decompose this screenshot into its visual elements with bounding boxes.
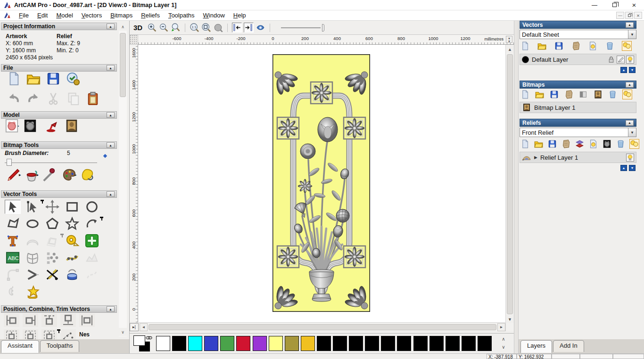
flood-fill-icon[interactable] [25, 168, 39, 182]
mirror-vectors-tool[interactable] [5, 285, 21, 299]
tab-add-in[interactable]: Add In [553, 340, 584, 352]
palette-swatch-12[interactable] [349, 336, 363, 351]
palette-swatch-11[interactable] [333, 336, 347, 351]
pan-view-button[interactable] [256, 23, 265, 33]
paint-brush-icon[interactable] [7, 168, 21, 182]
redo-icon[interactable] [26, 91, 41, 106]
collapse-model-button[interactable]: ▲ [107, 112, 115, 118]
slider-handle[interactable] [7, 159, 12, 166]
offset-vector-tool[interactable] [44, 234, 60, 248]
snap-right-toggle[interactable] [244, 23, 254, 33]
save-relief-icon[interactable] [548, 139, 557, 148]
menu-model[interactable]: Model [52, 11, 77, 20]
import-bitmap-icon[interactable] [564, 90, 573, 99]
open-vectors-icon[interactable] [537, 41, 546, 50]
toggle-visibility-icon[interactable] [588, 41, 597, 50]
center-in-page-button[interactable] [4, 329, 19, 339]
paste-along-curve-tool[interactable] [64, 251, 80, 265]
menu-window[interactable]: Window [199, 11, 229, 20]
link-colours-icon[interactable] [146, 335, 152, 341]
wrap-text-tool[interactable] [25, 234, 41, 248]
palette-swatch-16[interactable] [413, 336, 428, 351]
panel-splitter[interactable] [514, 21, 519, 353]
delete-layer-icon[interactable] [605, 41, 614, 50]
align-centers-button[interactable] [41, 329, 57, 339]
collapse-reliefs-button[interactable]: ▲ [626, 120, 634, 126]
restore-button[interactable] [604, 0, 624, 10]
relief-select[interactable]: Front Relief ▼ [520, 128, 636, 137]
palette-swatch-7[interactable] [269, 336, 283, 351]
collapse-bitmap-tools-button[interactable]: ▲ [107, 142, 115, 148]
new-sheet-icon[interactable] [520, 41, 529, 50]
measure-tool[interactable] [64, 234, 80, 248]
align-bottom-button[interactable] [60, 314, 76, 327]
block-scatter-button[interactable] [60, 329, 76, 339]
create-arc-tool[interactable] [84, 217, 100, 231]
open-bitmap-icon[interactable] [535, 90, 544, 99]
lock-layer-icon[interactable] [607, 56, 615, 64]
scroll-left-icon[interactable]: ◄ [140, 323, 148, 331]
mdi-restore-button[interactable] [625, 12, 633, 19]
chevron-down-icon[interactable]: ▼ [628, 128, 636, 137]
contrast-slider[interactable] [281, 24, 324, 32]
vector-library-tool[interactable] [25, 285, 41, 299]
center-both-button[interactable] [23, 329, 38, 339]
import-vectors-icon[interactable] [571, 41, 580, 50]
edit-layer-icon[interactable] [617, 56, 625, 64]
new-relief-layer-icon[interactable] [520, 139, 529, 148]
collapse-position-button[interactable]: ▲ [107, 306, 115, 312]
colour-picker-icon[interactable] [42, 168, 56, 182]
bisector-tool[interactable] [25, 268, 41, 282]
tab-toolpaths[interactable]: Toolpaths [40, 340, 80, 352]
create-text-tool[interactable] [5, 234, 21, 248]
tab-layers[interactable]: Layers [520, 340, 552, 353]
trim-vectors-tool[interactable] [44, 268, 60, 282]
greyscale-icon[interactable] [579, 90, 588, 99]
open-relief-icon[interactable] [534, 139, 543, 148]
menu-bitmaps[interactable]: Bitmaps [106, 11, 137, 20]
vertical-scroll-thumb[interactable] [507, 54, 513, 314]
fillet-tool[interactable] [5, 268, 21, 282]
paste-icon[interactable] [86, 91, 100, 106]
relief-layer-row[interactable]: + ▶ Relief Layer 1 [520, 152, 636, 163]
cut-icon[interactable] [46, 91, 60, 106]
center-horizontally-button[interactable] [79, 314, 95, 327]
reduce-colours-icon[interactable] [80, 168, 94, 182]
palette-scroll-up-icon[interactable]: ∧ [500, 335, 507, 343]
ruler-units-button[interactable]: ▼▼ [506, 36, 512, 43]
save-file-icon[interactable] [46, 72, 60, 86]
free-form-tool[interactable] [84, 268, 100, 282]
primary-secondary-colour[interactable] [133, 335, 154, 352]
zoom-in-button[interactable] [147, 23, 157, 33]
adjust-model-icon[interactable] [23, 119, 37, 133]
palette-swatch-3[interactable] [204, 336, 218, 351]
2d-view-canvas[interactable] [138, 45, 505, 322]
bitmap-to-layer-icon[interactable] [594, 90, 603, 99]
palette-icon[interactable] [62, 168, 76, 182]
nesting-button[interactable]: Nes [79, 331, 90, 338]
save-vectors-icon[interactable] [554, 41, 563, 50]
expand-arrow-icon[interactable]: ▶ [534, 155, 537, 160]
palette-swatch-1[interactable] [172, 336, 186, 351]
node-editing-tool[interactable] [25, 200, 41, 214]
distort-vectors-tool[interactable] [25, 251, 41, 265]
load-bitmap-icon[interactable] [65, 119, 79, 133]
palette-swatch-17[interactable] [429, 336, 444, 351]
toggle-relief-visibility-icon[interactable] [589, 139, 598, 148]
create-ellipse-tool[interactable] [25, 217, 41, 231]
palette-swatch-5[interactable] [236, 336, 250, 351]
greyscale-from-relief-icon[interactable] [603, 139, 611, 148]
mdi-minimize-button[interactable]: — [616, 12, 624, 19]
close-button[interactable]: × [624, 0, 644, 10]
menu-file[interactable]: File [15, 11, 33, 20]
create-star-tool[interactable] [64, 217, 80, 231]
zoom-fit-button[interactable] [201, 23, 211, 33]
model-properties-icon[interactable] [66, 72, 80, 86]
brush-diameter-slider[interactable] [4, 158, 103, 167]
all-bitmap-layers-visible-icon[interactable] [623, 90, 632, 99]
minimize-button[interactable]: — [585, 0, 604, 10]
palette-swatch-8[interactable] [285, 336, 299, 351]
collapse-vectors-button[interactable]: ▲ [626, 22, 634, 28]
scroll-right-icon[interactable]: ► [497, 323, 505, 331]
menu-toolpaths[interactable]: Toolpaths [164, 11, 199, 20]
